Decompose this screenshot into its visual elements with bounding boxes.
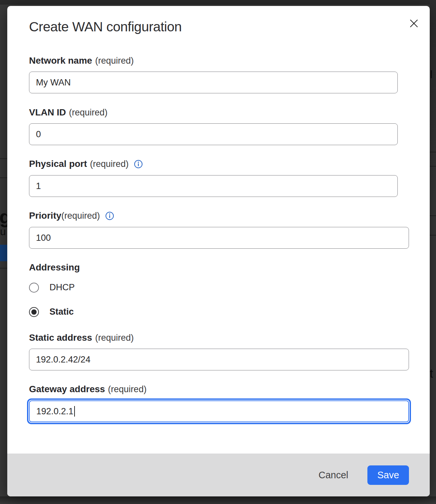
vlan-id-label: VLAN ID (required) xyxy=(29,107,108,118)
addressing-heading: Addressing xyxy=(29,262,80,273)
background-table-line xyxy=(0,177,7,178)
background-top-band xyxy=(0,0,436,5)
physical-port-info-button[interactable] xyxy=(134,159,143,169)
background-page-left-fragment: g u xyxy=(0,0,7,504)
static-address-label: Static address (required) xyxy=(29,332,134,343)
gateway-address-value: 192.0.2.1 xyxy=(36,406,74,417)
info-icon xyxy=(134,160,143,169)
background-table-line xyxy=(0,158,7,159)
background-table-line xyxy=(0,268,7,268)
save-button[interactable]: Save xyxy=(367,465,409,485)
physical-port-input[interactable] xyxy=(29,175,398,197)
cancel-button[interactable]: Cancel xyxy=(317,466,350,484)
priority-info-button[interactable] xyxy=(105,211,114,220)
close-icon xyxy=(408,17,420,29)
static-radio-label[interactable]: Static xyxy=(49,307,74,317)
close-button[interactable] xyxy=(406,15,422,32)
static-address-input[interactable] xyxy=(29,349,409,370)
network-name-label: Network name (required) xyxy=(29,55,134,66)
gateway-address-label: Gateway address (required) xyxy=(29,384,146,394)
dhcp-radio-label[interactable]: DHCP xyxy=(49,282,75,293)
create-wan-modal: Create WAN configuration Network name (r… xyxy=(7,6,430,496)
background-text-fragment: l xyxy=(430,69,433,80)
vlan-id-input[interactable] xyxy=(29,123,398,145)
gateway-address-input[interactable]: 192.0.2.1 xyxy=(29,400,409,422)
background-text-fragment: u xyxy=(0,226,6,237)
modal-footer: Cancel Save xyxy=(7,454,430,496)
gateway-address-focus-ring: 192.0.2.1 xyxy=(27,398,411,424)
background-table-line xyxy=(430,235,436,236)
physical-port-label: Physical port (required) xyxy=(29,159,143,169)
background-text-fragment: t xyxy=(430,368,433,380)
priority-label: Priority (required) xyxy=(29,210,114,221)
background-table-line xyxy=(430,166,436,167)
background-button-fragment xyxy=(0,245,7,261)
addressing-option-dhcp[interactable]: DHCP xyxy=(29,282,75,293)
static-radio[interactable] xyxy=(29,307,39,317)
dhcp-radio[interactable] xyxy=(29,283,39,293)
network-name-input[interactable] xyxy=(29,72,398,93)
priority-input[interactable] xyxy=(29,227,409,249)
modal-title: Create WAN configuration xyxy=(29,19,182,35)
background-table-line xyxy=(430,152,436,152)
info-icon xyxy=(105,211,114,220)
text-caret xyxy=(74,406,75,417)
background-bottom-band xyxy=(0,496,436,504)
addressing-option-static[interactable]: Static xyxy=(29,307,74,317)
background-table-line xyxy=(430,215,436,216)
background-page-right-fragment: l t xyxy=(430,0,436,504)
background-heading-fragment: g xyxy=(0,207,7,226)
